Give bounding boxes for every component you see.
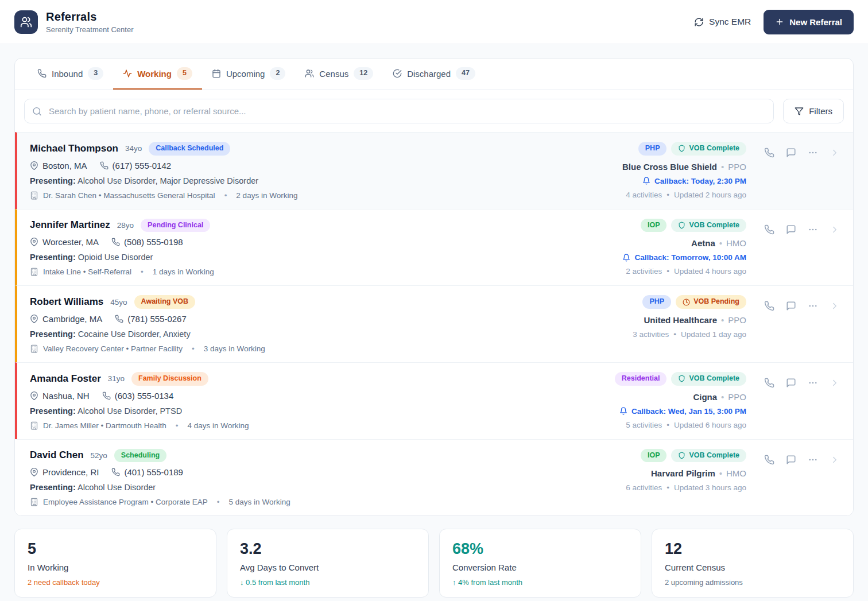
chevron-right-icon bbox=[830, 224, 840, 235]
stat-value: 12 bbox=[665, 540, 840, 558]
tab-label: Discharged bbox=[407, 69, 451, 79]
more-button[interactable] bbox=[805, 145, 821, 161]
open-detail-button[interactable] bbox=[827, 375, 843, 391]
patient-card[interactable]: Jennifer Martinez 28yo Pending Clinical … bbox=[15, 209, 853, 286]
tab-census[interactable]: Census 12 bbox=[295, 59, 383, 90]
patient-card[interactable]: Amanda Foster 31yo Family Discussion Nas… bbox=[15, 362, 853, 439]
open-detail-button[interactable] bbox=[827, 452, 843, 468]
tab-count-badge: 2 bbox=[270, 67, 285, 80]
search-input[interactable] bbox=[24, 99, 774, 123]
calendar-icon bbox=[212, 69, 221, 78]
dot-separator bbox=[662, 267, 674, 276]
call-button[interactable] bbox=[761, 298, 777, 314]
activities-count: 6 activities bbox=[626, 483, 662, 492]
map-pin-icon bbox=[30, 315, 38, 323]
phone-icon bbox=[764, 301, 774, 311]
tab-upcoming[interactable]: Upcoming 2 bbox=[202, 59, 295, 90]
referrals-panel: Inbound 3 Working 5 Upcoming 2 Census 12… bbox=[14, 58, 854, 516]
patient-age: 45yo bbox=[110, 298, 127, 307]
dot-separator bbox=[717, 315, 728, 325]
status-badge: Awaiting VOB bbox=[134, 295, 195, 309]
message-button[interactable] bbox=[783, 375, 799, 391]
page-subtitle: Serenity Treatment Center bbox=[46, 25, 133, 34]
stat-value: 5 bbox=[28, 540, 203, 558]
sync-emr-label: Sync EMR bbox=[709, 17, 751, 27]
callback-time: Callback: Today, 2:30 PM bbox=[654, 177, 746, 185]
stat-label: Current Census bbox=[665, 563, 840, 572]
tab-count-badge: 5 bbox=[177, 67, 192, 80]
message-button[interactable] bbox=[783, 145, 799, 161]
insurance-name: Harvard Pilgrim bbox=[651, 468, 715, 478]
page-title: Referrals bbox=[46, 10, 133, 24]
more-button[interactable] bbox=[805, 375, 821, 391]
updated-time: Updated 1 day ago bbox=[681, 330, 746, 339]
message-button[interactable] bbox=[783, 298, 799, 314]
building-icon bbox=[30, 498, 38, 506]
days-in-stage: 1 days in Working bbox=[153, 267, 214, 276]
bell-icon bbox=[619, 407, 627, 415]
updated-time: Updated 2 hours ago bbox=[674, 191, 746, 199]
patient-name: David Chen bbox=[30, 449, 84, 461]
days-in-stage: 5 days in Working bbox=[229, 498, 290, 506]
open-detail-button[interactable] bbox=[827, 298, 843, 314]
stat-subtext: ↓ 0.5 from last month bbox=[240, 578, 416, 587]
open-detail-button[interactable] bbox=[827, 145, 843, 161]
status-badge: Pending Clinical bbox=[141, 219, 210, 232]
bell-icon bbox=[622, 254, 630, 262]
more-button[interactable] bbox=[805, 452, 821, 468]
more-icon bbox=[808, 455, 818, 465]
phone-icon bbox=[764, 378, 774, 388]
filters-button[interactable]: Filters bbox=[783, 99, 844, 123]
message-button[interactable] bbox=[783, 452, 799, 468]
dot-separator bbox=[715, 238, 726, 248]
level-of-care-badge: IOP bbox=[641, 449, 667, 463]
referral-source: Intake Line • Self-Referral bbox=[43, 267, 131, 276]
more-button[interactable] bbox=[805, 298, 821, 314]
vob-status-badge: VOB Complete bbox=[671, 219, 746, 232]
presenting-conditions: Alcohol Use Disorder, Major Depressive D… bbox=[78, 176, 258, 185]
call-button[interactable] bbox=[761, 452, 777, 468]
call-button[interactable] bbox=[761, 375, 777, 391]
patient-card[interactable]: Robert Williams 45yo Awaiting VOB Cambri… bbox=[15, 285, 853, 362]
tab-bar: Inbound 3 Working 5 Upcoming 2 Census 12… bbox=[15, 59, 853, 90]
level-of-care-badge: PHP bbox=[642, 295, 671, 309]
map-pin-icon bbox=[30, 391, 38, 400]
clock-icon bbox=[683, 298, 690, 306]
stat-value: 3.2 bbox=[240, 540, 416, 558]
tab-count-badge: 3 bbox=[88, 67, 103, 80]
more-button[interactable] bbox=[805, 222, 821, 238]
callback-time: Callback: Wed, Jan 15, 3:00 PM bbox=[631, 407, 746, 416]
tab-discharged[interactable]: Discharged 47 bbox=[383, 59, 485, 90]
dot-separator bbox=[187, 344, 199, 353]
patient-phone: (617) 555-0142 bbox=[113, 161, 172, 170]
stat-in-working: 5 In Working 2 need callback today bbox=[14, 529, 216, 597]
dot-separator bbox=[717, 162, 728, 172]
users-icon bbox=[305, 69, 314, 78]
insurance-plan: HMO bbox=[726, 468, 746, 478]
message-button[interactable] bbox=[783, 222, 799, 238]
funnel-icon bbox=[795, 107, 804, 116]
phone-icon bbox=[100, 161, 108, 170]
presenting-conditions: Cocaine Use Disorder, Anxiety bbox=[78, 329, 191, 339]
building-icon bbox=[30, 421, 38, 430]
call-button[interactable] bbox=[761, 222, 777, 238]
building-icon bbox=[30, 344, 38, 353]
shield-icon bbox=[678, 452, 685, 459]
tab-inbound[interactable]: Inbound 3 bbox=[28, 59, 113, 90]
patient-card[interactable]: Michael Thompson 34yo Callback Scheduled… bbox=[15, 132, 853, 209]
presenting-label: Presenting: bbox=[30, 483, 76, 492]
more-icon bbox=[808, 148, 818, 158]
open-detail-button[interactable] bbox=[827, 222, 843, 238]
status-badge: Callback Scheduled bbox=[149, 142, 230, 156]
insurance-name: Cigna bbox=[693, 392, 717, 402]
patient-card[interactable]: David Chen 52yo Scheduling Providence, R… bbox=[15, 439, 853, 516]
dot-separator bbox=[662, 191, 674, 199]
new-referral-button[interactable]: New Referral bbox=[764, 10, 854, 34]
patient-name: Robert Williams bbox=[30, 296, 103, 308]
insurance-name: Blue Cross Blue Shield bbox=[622, 162, 717, 172]
dot-separator bbox=[662, 483, 674, 492]
stat-current-census: 12 Current Census 2 upcoming admissions bbox=[652, 529, 854, 597]
call-button[interactable] bbox=[761, 145, 777, 161]
sync-emr-button[interactable]: Sync EMR bbox=[694, 17, 751, 27]
tab-working[interactable]: Working 5 bbox=[113, 59, 202, 90]
